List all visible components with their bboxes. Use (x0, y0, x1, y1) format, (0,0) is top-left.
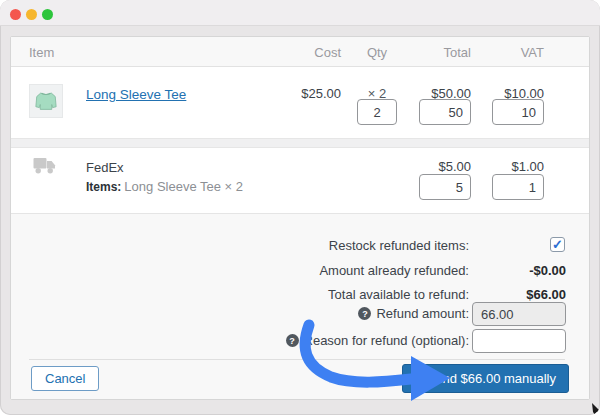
product-name-link[interactable]: Long Sleeve Tee (86, 87, 186, 102)
minimize-button[interactable] (26, 9, 37, 20)
column-header-item: Item (29, 45, 54, 60)
refund-reason-input[interactable] (472, 329, 566, 353)
refund-manually-button[interactable]: Refund $66.00 manually (402, 364, 569, 393)
product-refund-qty-input[interactable] (357, 99, 397, 125)
order-refund-window: Item Cost Qty Total VAT Long Sleeve Tee … (0, 0, 600, 415)
shipping-refund-vat-input[interactable] (492, 174, 544, 200)
product-refund-vat-input[interactable] (492, 99, 544, 125)
product-row: Long Sleeve Tee $25.00 × 2 $50.00 $10.00 (11, 67, 589, 138)
cancel-button[interactable]: Cancel (31, 366, 99, 391)
shipping-items-text: Long Sleeve Tee × 2 (124, 179, 243, 194)
truck-icon (33, 156, 57, 175)
shipping-items-line: Items:Long Sleeve Tee × 2 (86, 179, 243, 194)
shipping-method-name: FedEx (86, 160, 124, 175)
already-refunded-value: -$0.00 (529, 263, 566, 278)
restock-label: Restock refunded items: (329, 238, 469, 253)
restock-checkbox[interactable] (550, 237, 565, 252)
shipping-vat-caption: $1.00 (511, 159, 544, 174)
refund-amount-label: ? Refund amount: (358, 306, 469, 321)
help-icon[interactable]: ? (286, 334, 299, 347)
available-to-refund-value: $66.00 (526, 287, 566, 302)
shipping-items-label: Items: (86, 180, 121, 194)
mouse-cursor (590, 403, 600, 415)
column-header-vat: VAT (521, 45, 544, 60)
zoom-button[interactable] (42, 9, 53, 20)
column-header-cost: Cost (314, 45, 341, 60)
footer-divider (29, 359, 565, 360)
product-refund-total-input[interactable] (419, 99, 471, 125)
order-items-panel: Item Cost Qty Total VAT Long Sleeve Tee … (10, 36, 590, 400)
titlebar (0, 0, 600, 26)
column-header-total: Total (444, 45, 471, 60)
shipping-row: FedEx Items:Long Sleeve Tee × 2 $5.00 $1… (11, 148, 589, 213)
refund-amount-input[interactable] (472, 302, 566, 326)
tshirt-icon (31, 86, 61, 116)
refund-reason-label: ? Reason for refund (optional): (286, 333, 469, 348)
refund-amount-label-text: Refund amount: (376, 306, 469, 321)
shipping-refund-total-input[interactable] (419, 174, 471, 200)
refund-summary-section: Restock refunded items: Amount already r… (11, 213, 589, 399)
row-separator (11, 138, 589, 148)
table-header-row: Item Cost Qty Total VAT (11, 37, 589, 67)
shipping-total-caption: $5.00 (438, 159, 471, 174)
available-to-refund-label: Total available to refund: (328, 287, 469, 302)
already-refunded-label: Amount already refunded: (319, 263, 469, 278)
product-cost: $25.00 (301, 86, 341, 101)
column-header-qty: Qty (357, 45, 397, 60)
product-thumbnail (29, 84, 63, 118)
close-button[interactable] (10, 9, 21, 20)
help-icon[interactable]: ? (358, 307, 371, 320)
refund-reason-label-text: Reason for refund (optional): (304, 333, 469, 348)
